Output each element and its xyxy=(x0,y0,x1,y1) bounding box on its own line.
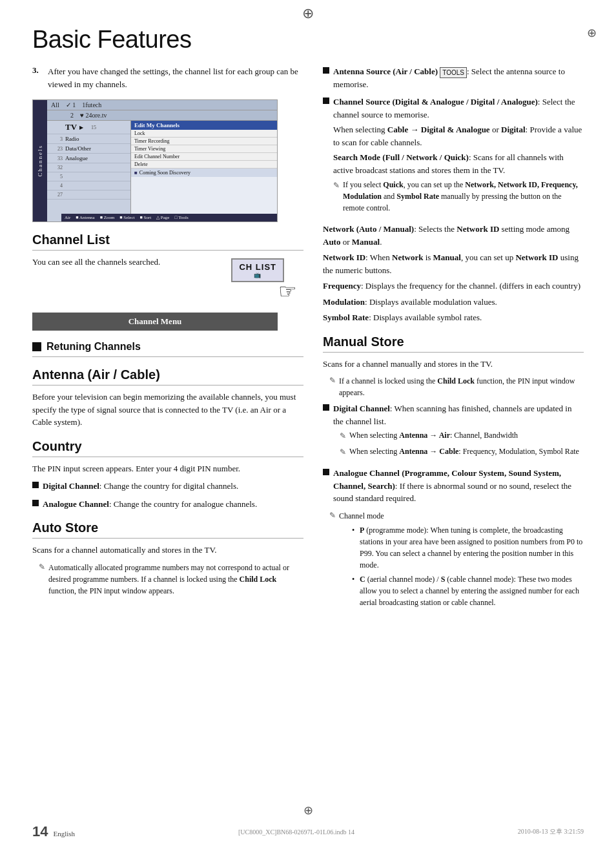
antenna-source-bullet: Antenna Source (Air / Cable) TOOLS : Sel… xyxy=(323,65,584,90)
hand-icon: ☞ xyxy=(278,279,297,303)
left-column: 3. After you have changed the settings, … xyxy=(32,65,303,615)
language-label: English xyxy=(53,830,75,838)
manual-store-note-text: If a channel is locked using the Child L… xyxy=(339,375,584,398)
retuning-label: Retuning Channels xyxy=(46,341,141,353)
tv-footer-page: △ Page xyxy=(156,215,169,220)
tv-header-all: All xyxy=(51,101,59,108)
antenna-source-text: Antenna Source (Air / Cable) TOOLS : Sel… xyxy=(333,65,584,90)
bullet-icon-analogue xyxy=(323,469,329,475)
tv-edit-my-channels: Edit My Channels xyxy=(131,121,277,130)
retuning-icon xyxy=(32,342,41,351)
ch-list-graphic: CH LIST 📺 ☞ xyxy=(231,258,303,303)
page-title: Basic Features xyxy=(32,26,584,54)
tools-badge: TOOLS xyxy=(440,67,467,78)
tv-menu-lock: Lock xyxy=(131,130,277,138)
channel-list-desc: You can see all the channels searched. xyxy=(32,256,160,269)
page: ⊕ ⊕ ⊕ Basic Features 3. After you have c… xyxy=(0,0,616,853)
channel-mode-label: Channel mode xyxy=(339,510,584,522)
tv-header-1futech: 1futech xyxy=(82,101,101,108)
channel-list-header: Channel List xyxy=(32,232,303,251)
channel-source-text: Channel Source (Digital & Analogue / Dig… xyxy=(333,96,584,218)
search-mode-note: ✎ If you select Quick, you can set up th… xyxy=(333,179,584,214)
tv-sidebar-label: Channels xyxy=(37,145,43,177)
tv-footer-zoom: ■ Zoom xyxy=(100,215,115,220)
note-icon: ✎ xyxy=(39,562,45,572)
modulation-text: Modulation: Displays available modulatio… xyxy=(323,296,584,309)
retuning-section: Retuning Channels xyxy=(32,337,303,357)
antenna-cable-icon: ✎ xyxy=(340,446,346,458)
compass-right-icon: ⊕ xyxy=(587,26,597,40)
bullet-icon-2 xyxy=(32,500,39,506)
tv-channel-27: 27 xyxy=(47,190,130,200)
network-text: Network (Auto / Manual): Selects the Net… xyxy=(323,223,584,248)
channel-source-bullet: Channel Source (Digital & Analogue / Dig… xyxy=(323,96,584,218)
footer-file: [UC8000_XC]BN68-02697L-01L06.indb 14 xyxy=(238,828,354,836)
antenna-air-icon: ✎ xyxy=(340,430,346,442)
tv-header-row2: 2 ♥ 24ore.tv xyxy=(47,110,277,121)
channel-mode-note: ✎ Channel mode • P (programme mode): Whe… xyxy=(329,510,584,611)
symbol-rate-text: Symbol Rate: Displays available symbol r… xyxy=(323,311,584,324)
tv-channel-32: 32 xyxy=(47,163,130,172)
antenna-header: Antenna (Air / Cable) xyxy=(32,367,303,385)
country-desc: The PIN input screen appears. Enter your… xyxy=(32,462,303,475)
digital-channel-manual-bullet: Digital Channel: When scanning has finis… xyxy=(323,402,584,462)
analogue-channel-bullet: Analogue Channel: Change the country for… xyxy=(32,498,303,511)
tv-channel-tv: TV ▶ 15 xyxy=(47,121,130,134)
tv-menu-edit-channel: Edit Channel Number xyxy=(131,153,277,161)
ch-list-box: CH LIST 📺 xyxy=(231,258,284,282)
tv-header-row: All ✓ 1 1futech xyxy=(47,100,277,110)
tv-channel-4: 4 xyxy=(47,181,130,190)
manual-store-header: Manual Store xyxy=(323,334,584,353)
tv-channel-radio: 3 Radio xyxy=(47,134,130,144)
tv-channel-5: 5 xyxy=(47,172,130,181)
footer-date: 2010-08-13 오후 3:21:59 xyxy=(518,827,584,836)
bullet-icon-antenna xyxy=(323,67,329,74)
page-number: 14 xyxy=(32,823,48,840)
tv-footer-tools: □ Tools xyxy=(174,215,188,220)
tv-content-area: TV ▶ 15 3 Radio 23 Data/Other xyxy=(47,121,277,222)
compass-top-icon: ⊕ xyxy=(302,5,314,22)
compass-bottom-icon: ⊕ xyxy=(303,803,313,817)
tv-footer-air: Air xyxy=(65,215,70,220)
ch-list-label: CH LIST xyxy=(239,262,276,272)
tv-right-panel: Edit My Channels Lock Timer Recording Ti… xyxy=(131,121,277,222)
manual-store-desc: Scans for a channel manually and stores … xyxy=(323,358,584,371)
tv-footer-sort: ■ Sort xyxy=(139,215,151,220)
right-column: Antenna Source (Air / Cable) TOOLS : Sel… xyxy=(323,65,584,615)
auto-store-note-text: Automatically allocated programme number… xyxy=(48,562,303,597)
bullet-icon-digital xyxy=(323,404,329,411)
frequency-text: Frequency: Displays the frequency for th… xyxy=(323,280,584,293)
analogue-channel-manual-text: Analogue Channel (Programme, Colour Syst… xyxy=(333,467,584,505)
channel-mode-content: Channel mode • P (programme mode): When … xyxy=(339,510,584,611)
tv-header-check: ✓ 1 xyxy=(66,101,76,108)
tv-menu-delete: Delete xyxy=(131,161,277,169)
tv-coming-soon: ■ Coming Soon Discovery xyxy=(131,169,277,177)
page-footer: 14 English [UC8000_XC]BN68-02697L-01L06.… xyxy=(32,823,584,840)
manual-note-icon: ✎ xyxy=(329,376,336,385)
step-number: 3. xyxy=(32,65,43,90)
auto-store-desc: Scans for a channel automatically and st… xyxy=(32,544,303,557)
bullet-icon-channel-source xyxy=(323,98,329,104)
bullet-icon xyxy=(32,482,39,488)
tv-footer: Air ■ Antenna ■ Zoom ■ Select ■ Sort △ P… xyxy=(61,214,277,221)
tv-footer-select: ■ Select xyxy=(119,215,134,220)
search-mode-note-text: If you select Quick, you can set up the … xyxy=(343,179,584,214)
step-text: After you have changed the settings, the… xyxy=(48,65,303,90)
analogue-channel-manual-bullet: Analogue Channel (Programme, Colour Syst… xyxy=(323,467,584,505)
tv-header-24ore: ♥ 24ore.tv xyxy=(80,112,107,119)
digital-channel-text: Digital Channel: Change the country for … xyxy=(43,480,303,493)
tv-sidebar: Channels xyxy=(33,100,47,221)
step-3: 3. After you have changed the settings, … xyxy=(32,65,303,90)
antenna-air-note: ✎ When selecting Antenna → Air: Channel,… xyxy=(340,429,584,442)
auto-store-note: ✎ Automatically allocated programme numb… xyxy=(39,562,303,597)
tv-channel-data: 23 Data/Other xyxy=(47,144,130,154)
analogue-channel-text: Analogue Channel: Change the country for… xyxy=(43,498,303,511)
tv-menu-timer-recording: Timer Recording xyxy=(131,138,277,145)
channel-mode-cs: • C (aerial channel mode) / S (cable cha… xyxy=(352,573,584,608)
channel-mode-icon: ✎ xyxy=(329,511,336,520)
antenna-cable-note: ✎ When selecting Antenna → Cable: Freque… xyxy=(340,446,584,458)
tv-screenshot: Channels All ✓ 1 1futech 2 ♥ 24ore.tv xyxy=(32,99,278,222)
manual-store-note: ✎ If a channel is locked using the Child… xyxy=(329,375,584,398)
auto-store-header: Auto Store xyxy=(32,520,303,539)
digital-channel-bullet: Digital Channel: Change the country for … xyxy=(32,480,303,493)
